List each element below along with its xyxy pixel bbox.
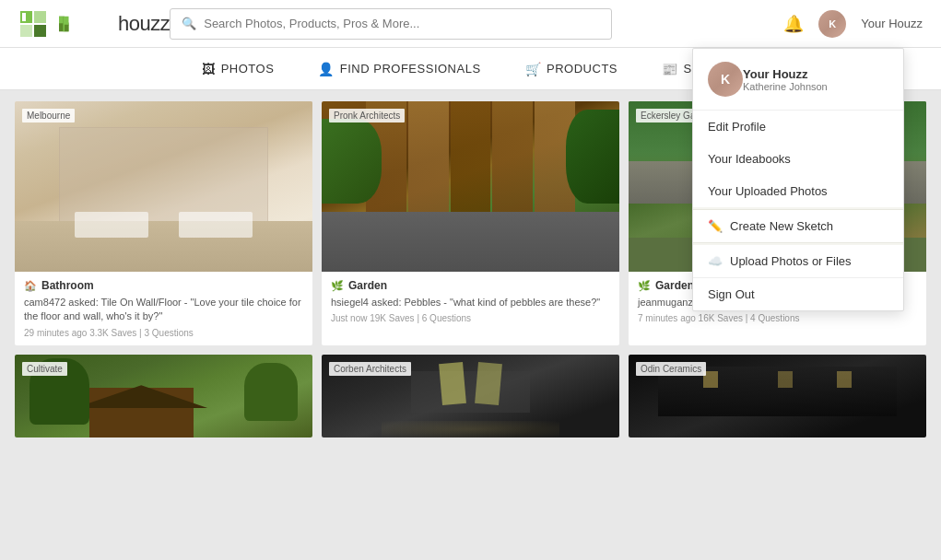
- dropdown-avatar: K: [708, 62, 743, 97]
- card-category-2: 🌿 Garden: [331, 279, 610, 292]
- card-desc-2: hsiegel4 asked: Pebbles - "what kind of …: [331, 296, 610, 309]
- logo[interactable]: houzz: [18, 9, 170, 39]
- nav-label-products: PRODUCTS: [547, 62, 618, 76]
- notification-bell-icon[interactable]: 🔔: [783, 14, 804, 34]
- products-icon: 🛒: [525, 62, 542, 76]
- card-image-interior1: Corben Architects: [322, 355, 619, 438]
- card-body-2: 🌿 Garden hsiegel4 asked: Pebbles - "what…: [322, 272, 619, 331]
- svg-rect-1: [34, 11, 46, 23]
- pencil-icon: ✏️: [708, 219, 723, 233]
- dropdown-header: K Your Houzz Katherine Johnson: [693, 49, 903, 111]
- card-label-4: Cultivate: [22, 362, 67, 376]
- dropdown-user-info: Your Houzz Katherine Johnson: [743, 67, 828, 92]
- card-image-cottage: Cultivate: [15, 355, 312, 438]
- dropdown-item-edit-profile[interactable]: Edit Profile: [693, 111, 903, 143]
- nav-item-photos[interactable]: 🖼 PHOTOS: [202, 62, 274, 76]
- search-input[interactable]: [204, 17, 600, 30]
- nav-label-photos: PHOTOS: [221, 62, 275, 76]
- upload-files-label: Upload Photos or Files: [730, 254, 852, 268]
- dropdown-item-sign-out[interactable]: Sign Out: [693, 278, 903, 310]
- dropdown-menu: K Your Houzz Katherine Johnson Edit Prof…: [692, 48, 904, 311]
- dropdown-item-upload-files[interactable]: ☁️ Upload Photos or Files: [693, 245, 903, 277]
- cloud-icon: ☁️: [708, 254, 723, 268]
- card-label-2: Pronk Architects: [329, 109, 405, 122]
- logo-wordmark: houzz: [118, 12, 170, 36]
- card-meta-2: Just now 19K Saves | 6 Questions: [331, 313, 610, 323]
- category-icon-2: 🌿: [331, 280, 344, 292]
- photos-icon: 🖼: [202, 62, 216, 76]
- sign-out-label: Sign Out: [708, 287, 755, 301]
- card-label-5: Corben Architects: [329, 362, 411, 376]
- create-sketch-label: Create New Sketch: [730, 219, 833, 233]
- card-label-6: Odin Ceramics: [636, 362, 706, 376]
- card-image-bathroom: Melbourne: [15, 101, 312, 272]
- card-body-1: 🏠 Bathroom cam8472 asked: Tile On Wall/F…: [15, 272, 312, 345]
- dropdown-item-create-sketch[interactable]: ✏️ Create New Sketch: [693, 209, 903, 243]
- card-image-interior2: Odin Ceramics: [629, 355, 926, 438]
- header: houzz 🔍 🔔 K Your Houzz: [0, 0, 941, 48]
- search-bar[interactable]: 🔍: [170, 8, 612, 40]
- card-bathroom[interactable]: Melbourne 🏠 Bathroom cam8472 asked: Tile…: [15, 101, 312, 345]
- category-icon-1: 🏠: [24, 280, 37, 292]
- uploaded-photos-label: Your Uploaded Photos: [708, 184, 828, 198]
- user-avatar-small[interactable]: K: [818, 10, 846, 38]
- nav-item-find-professionals[interactable]: 👤 FIND PROFESSIONALS: [318, 62, 480, 76]
- stories-icon: 📰: [662, 62, 678, 76]
- logo-text-svg: [59, 14, 114, 34]
- svg-marker-3: [34, 25, 46, 37]
- card-label-1: Melbourne: [22, 109, 75, 122]
- dropdown-user-sub: Katherine Johnson: [743, 81, 828, 92]
- ideabooks-label: Your Ideabooks: [708, 152, 791, 166]
- nav-label-professionals: FIND PROFESSIONALS: [340, 62, 481, 76]
- dropdown-item-ideabooks[interactable]: Your Ideabooks: [693, 143, 903, 175]
- dropdown-user-name: Your Houzz: [743, 67, 828, 81]
- your-houzz-link[interactable]: Your Houzz: [861, 17, 923, 30]
- logo-icon: [18, 9, 48, 39]
- card-cultivate[interactable]: Cultivate: [15, 355, 312, 438]
- header-right: 🔔 K Your Houzz: [783, 10, 923, 38]
- professionals-icon: 👤: [318, 62, 335, 76]
- card-image-garden1: Pronk Architects: [322, 101, 619, 272]
- card-corben[interactable]: Corben Architects: [322, 355, 619, 438]
- svg-rect-2: [20, 25, 32, 37]
- card-meta-1: 29 minutes ago 3.3K Saves | 3 Questions: [24, 328, 303, 338]
- card-meta-3: 7 minutes ago 16K Saves | 4 Questions: [638, 313, 917, 323]
- card-odin[interactable]: Odin Ceramics: [629, 355, 926, 438]
- card-desc-1: cam8472 asked: Tile On Wall/Floor - "Lov…: [24, 296, 303, 324]
- search-icon: 🔍: [182, 17, 196, 30]
- svg-rect-10: [59, 16, 64, 23]
- card-garden-pronk[interactable]: Pronk Architects 🌿 Garden hsiegel4 asked…: [322, 101, 619, 345]
- nav-item-products[interactable]: 🛒 PRODUCTS: [525, 62, 618, 76]
- category-icon-3: 🌿: [638, 280, 651, 292]
- card-category-1: 🏠 Bathroom: [24, 279, 303, 292]
- svg-rect-11: [65, 24, 69, 31]
- dropdown-item-uploaded-photos[interactable]: Your Uploaded Photos: [693, 175, 903, 207]
- edit-profile-label: Edit Profile: [708, 120, 766, 134]
